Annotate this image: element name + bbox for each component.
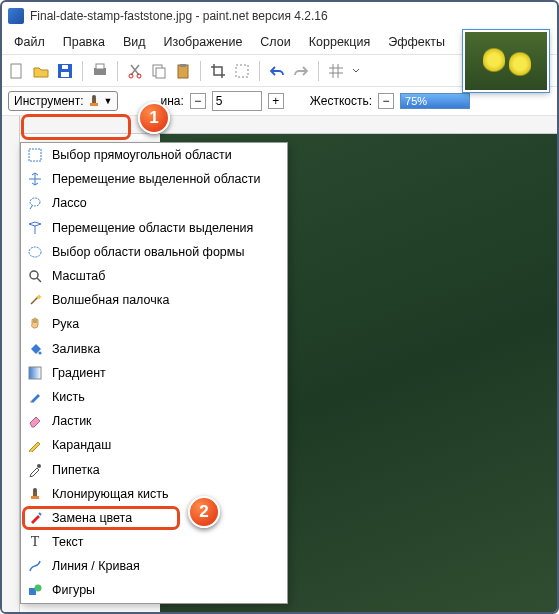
svg-rect-11 xyxy=(180,64,186,67)
image-thumbnail[interactable] xyxy=(463,30,549,92)
copy-icon[interactable] xyxy=(150,62,168,80)
minus-icon[interactable]: − xyxy=(190,93,206,109)
svg-rect-2 xyxy=(61,72,69,77)
tool-selector-label: Инструмент: xyxy=(14,94,84,108)
tool-zoom[interactable]: Масштаб xyxy=(21,264,287,288)
svg-point-17 xyxy=(30,198,40,206)
tool-label: Градиент xyxy=(52,366,106,380)
plus-icon[interactable]: + xyxy=(268,93,284,109)
tool-line[interactable]: Линия / Кривая xyxy=(21,554,287,578)
tool-label: Ластик xyxy=(52,414,92,428)
chevron-down-icon[interactable] xyxy=(351,63,361,79)
tool-label: Пипетка xyxy=(52,463,100,477)
tool-shapes[interactable]: Фигуры xyxy=(21,578,287,602)
menu-view[interactable]: Вид xyxy=(115,32,154,52)
tool-gradient[interactable]: Градиент xyxy=(21,361,287,385)
hardness-label: Жесткость: xyxy=(310,94,372,108)
new-icon[interactable] xyxy=(8,62,26,80)
ruler-vertical xyxy=(2,116,20,612)
pencil-icon xyxy=(27,437,43,453)
ellipse-select-icon xyxy=(27,244,43,260)
menu-effects[interactable]: Эффекты xyxy=(380,32,453,52)
tool-label: Карандаш xyxy=(52,438,111,452)
tool-pencil[interactable]: Карандаш xyxy=(21,433,287,457)
svg-rect-9 xyxy=(156,68,165,78)
tool-move-selected[interactable]: Перемещение выделенной области xyxy=(21,167,287,191)
tool-label: Клонирующая кисть xyxy=(52,487,168,501)
move-selected-icon xyxy=(27,171,43,187)
tool-label: Масштаб xyxy=(52,269,105,283)
tool-clone-stamp[interactable]: Клонирующая кисть xyxy=(21,482,287,506)
tool-recolor[interactable]: Замена цвета xyxy=(21,506,287,530)
tool-label: Заливка xyxy=(52,342,100,356)
fill-icon xyxy=(27,341,43,357)
menu-file[interactable]: Файл xyxy=(6,32,53,52)
clone-stamp-icon xyxy=(87,94,101,108)
tool-selector-button[interactable]: Инструмент: ▼ xyxy=(8,91,118,111)
text-icon: T xyxy=(27,534,43,550)
tool-label: Кисть xyxy=(52,390,85,404)
svg-point-18 xyxy=(29,247,41,257)
tool-fill[interactable]: Заливка xyxy=(21,337,287,361)
tool-dropdown: Выбор прямоугольной области Перемещение … xyxy=(20,142,288,604)
tool-rect-select[interactable]: Выбор прямоугольной области xyxy=(21,143,287,167)
lasso-icon xyxy=(27,195,43,211)
menu-image[interactable]: Изображение xyxy=(156,32,251,52)
tool-lasso[interactable]: Лассо xyxy=(21,191,287,215)
brush-width-input[interactable] xyxy=(212,91,262,111)
recolor-icon xyxy=(27,510,43,526)
svg-point-20 xyxy=(39,351,42,354)
open-icon[interactable] xyxy=(32,62,50,80)
gradient-icon xyxy=(27,365,43,381)
tool-label: Выбор области овальной формы xyxy=(52,245,244,259)
menu-layers[interactable]: Слои xyxy=(252,32,298,52)
minus-icon[interactable]: − xyxy=(378,93,394,109)
menu-edit[interactable]: Правка xyxy=(55,32,113,52)
print-icon[interactable] xyxy=(91,62,109,80)
deselect-icon[interactable] xyxy=(233,62,251,80)
svg-rect-0 xyxy=(11,64,21,78)
shapes-icon xyxy=(27,582,43,598)
tool-text[interactable]: TТекст xyxy=(21,530,287,554)
tool-label: Волшебная палочка xyxy=(52,293,169,307)
redo-icon[interactable] xyxy=(292,62,310,80)
svg-point-25 xyxy=(33,488,37,492)
svg-point-22 xyxy=(37,464,41,468)
svg-point-27 xyxy=(35,585,42,592)
svg-rect-5 xyxy=(96,64,104,69)
hand-icon xyxy=(27,316,43,332)
tool-hand[interactable]: Рука xyxy=(21,312,287,336)
pipette-icon xyxy=(27,462,43,478)
save-icon[interactable] xyxy=(56,62,74,80)
tool-brush[interactable]: Кисть xyxy=(21,385,287,409)
eraser-icon xyxy=(27,413,43,429)
tool-eraser[interactable]: Ластик xyxy=(21,409,287,433)
tool-label: Текст xyxy=(52,535,83,549)
grid-icon[interactable] xyxy=(327,62,345,80)
tool-label: Фигуры xyxy=(52,583,95,597)
svg-point-15 xyxy=(92,95,96,99)
svg-rect-21 xyxy=(29,367,41,379)
hardness-value: 75% xyxy=(405,95,427,107)
tool-color-picker[interactable]: Пипетка xyxy=(21,457,287,481)
callout-2: 2 xyxy=(188,496,220,528)
menu-adjust[interactable]: Коррекция xyxy=(301,32,378,52)
undo-icon[interactable] xyxy=(268,62,286,80)
zoom-icon xyxy=(27,268,43,284)
cut-icon[interactable] xyxy=(126,62,144,80)
tool-ellipse-select[interactable]: Выбор области овальной формы xyxy=(21,240,287,264)
crop-icon[interactable] xyxy=(209,62,227,80)
app-icon xyxy=(8,8,24,24)
tool-magic-wand[interactable]: Волшебная палочка xyxy=(21,288,287,312)
paste-icon[interactable] xyxy=(174,62,192,80)
tool-label: Линия / Кривая xyxy=(52,559,140,573)
line-icon xyxy=(27,558,43,574)
tool-label: Перемещение области выделения xyxy=(52,221,253,235)
rect-select-icon xyxy=(27,147,43,163)
svg-rect-16 xyxy=(29,149,41,161)
tool-move-selection[interactable]: Перемещение области выделения xyxy=(21,216,287,240)
clone-stamp-icon xyxy=(27,486,43,502)
tool-label: Рука xyxy=(52,317,79,331)
brush-icon xyxy=(27,389,43,405)
hardness-slider[interactable]: 75% xyxy=(400,93,470,109)
